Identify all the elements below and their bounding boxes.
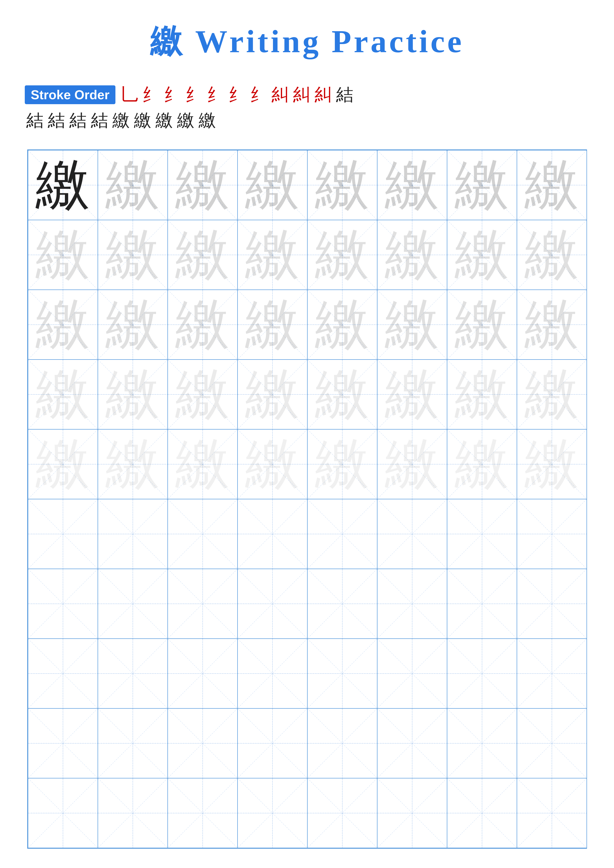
grid-cell-7-8[interactable]: [517, 569, 587, 639]
grid-cell-8-5[interactable]: [307, 639, 377, 708]
grid-cell-10-7[interactable]: [447, 778, 517, 848]
grid-cell-4-3[interactable]: 繳: [168, 360, 238, 429]
grid-cell-4-7[interactable]: 繳: [447, 360, 517, 429]
grid-cell-3-3[interactable]: 繳: [168, 290, 238, 360]
char-light: 繳: [525, 158, 579, 212]
grid-cell-7-4[interactable]: [238, 569, 307, 639]
grid-cell-9-6[interactable]: [377, 708, 447, 778]
grid-cell-9-1[interactable]: [28, 708, 98, 778]
grid-cell-3-7[interactable]: 繳: [447, 290, 517, 360]
char-light: 繳: [455, 298, 509, 352]
svg-line-260: [98, 708, 168, 778]
grid-cell-10-1[interactable]: [28, 778, 98, 848]
char-light: 繳: [245, 228, 300, 282]
grid-cell-4-5[interactable]: 繳: [307, 360, 377, 429]
svg-line-248: [447, 639, 517, 708]
grid-cell-1-4[interactable]: 繳: [238, 150, 307, 220]
grid-cell-6-6[interactable]: [377, 499, 447, 569]
grid-cell-2-3[interactable]: 繳: [168, 220, 238, 290]
grid-cell-9-8[interactable]: [517, 708, 587, 778]
grid-cell-5-5[interactable]: 繳: [307, 429, 377, 499]
grid-cell-1-6[interactable]: 繳: [377, 150, 447, 220]
grid-cell-5-2[interactable]: 繳: [98, 429, 168, 499]
grid-cell-2-5[interactable]: 繳: [307, 220, 377, 290]
svg-line-233: [168, 639, 237, 708]
grid-cell-3-1[interactable]: 繳: [28, 290, 98, 360]
grid-cell-5-3[interactable]: 繳: [168, 429, 238, 499]
grid-cell-1-3[interactable]: 繳: [168, 150, 238, 220]
grid-cell-7-1[interactable]: [28, 569, 98, 639]
grid-cell-6-1[interactable]: [28, 499, 98, 569]
svg-line-277: [378, 708, 447, 778]
svg-line-312: [447, 778, 517, 848]
grid-cell-8-1[interactable]: [28, 639, 98, 708]
grid-cell-8-4[interactable]: [238, 639, 307, 708]
grid-cell-9-3[interactable]: [168, 708, 238, 778]
stroke-7: 纟: [250, 83, 267, 106]
grid-cell-9-7[interactable]: [447, 708, 517, 778]
grid-cell-1-5[interactable]: 繳: [307, 150, 377, 220]
svg-line-256: [28, 708, 98, 778]
grid-cell-3-8[interactable]: 繳: [517, 290, 587, 360]
grid-cell-9-5[interactable]: [307, 708, 377, 778]
grid-cell-10-5[interactable]: [307, 778, 377, 848]
grid-cell-4-1[interactable]: 繳: [28, 360, 98, 429]
grid-cell-4-8[interactable]: 繳: [517, 360, 587, 429]
grid-cell-4-4[interactable]: 繳: [238, 360, 307, 429]
grid-cell-7-5[interactable]: [307, 569, 377, 639]
grid-cell-5-8[interactable]: 繳: [517, 429, 587, 499]
grid-cell-5-6[interactable]: 繳: [377, 429, 447, 499]
grid-cell-7-6[interactable]: [377, 569, 447, 639]
grid-cell-3-5[interactable]: 繳: [307, 290, 377, 360]
grid-cell-2-1[interactable]: 繳: [28, 220, 98, 290]
grid-cell-4-6[interactable]: 繳: [377, 360, 447, 429]
grid-cell-5-1[interactable]: 繳: [28, 429, 98, 499]
svg-line-272: [308, 708, 377, 778]
grid-cell-6-7[interactable]: [447, 499, 517, 569]
grid-cell-6-3[interactable]: [168, 499, 238, 569]
grid-cell-10-4[interactable]: [238, 778, 307, 848]
grid-cell-5-4[interactable]: 繳: [238, 429, 307, 499]
grid-cell-6-4[interactable]: [238, 499, 307, 569]
grid-cell-1-1[interactable]: 繳: [28, 150, 98, 220]
svg-line-216: [447, 569, 517, 639]
grid-cell-8-7[interactable]: [447, 639, 517, 708]
char-light: 繳: [525, 367, 579, 422]
grid-cell-9-2[interactable]: [98, 708, 168, 778]
grid-cell-7-7[interactable]: [447, 569, 517, 639]
grid-cell-3-2[interactable]: 繳: [98, 290, 168, 360]
char-light: 繳: [106, 298, 160, 352]
stroke-3: 纟: [164, 83, 181, 106]
grid-cell-1-7[interactable]: 繳: [447, 150, 517, 220]
grid-cell-8-6[interactable]: [377, 639, 447, 708]
grid-cell-8-8[interactable]: [517, 639, 587, 708]
grid-cell-10-6[interactable]: [377, 778, 447, 848]
char-light: 繳: [106, 367, 160, 422]
grid-cell-2-2[interactable]: 繳: [98, 220, 168, 290]
grid-cell-6-5[interactable]: [307, 499, 377, 569]
svg-line-240: [308, 639, 377, 708]
grid-cell-2-7[interactable]: 繳: [447, 220, 517, 290]
grid-cell-10-8[interactable]: [517, 778, 587, 848]
stroke-order-row-2: 結 結 結 結 繳 繳 繳 繳 繳: [25, 109, 589, 132]
grid-cell-4-2[interactable]: 繳: [98, 360, 168, 429]
grid-cell-2-6[interactable]: 繳: [377, 220, 447, 290]
grid-cell-6-8[interactable]: [517, 499, 587, 569]
grid-cell-1-8[interactable]: 繳: [517, 150, 587, 220]
grid-cell-2-4[interactable]: 繳: [238, 220, 307, 290]
grid-cell-10-2[interactable]: [98, 778, 168, 848]
grid-cell-6-2[interactable]: [98, 499, 168, 569]
grid-cell-7-2[interactable]: [98, 569, 168, 639]
grid-cell-8-3[interactable]: [168, 639, 238, 708]
grid-cell-7-3[interactable]: [168, 569, 238, 639]
grid-cell-2-8[interactable]: 繳: [517, 220, 587, 290]
grid-cell-10-3[interactable]: [168, 778, 238, 848]
grid-cell-3-6[interactable]: 繳: [377, 290, 447, 360]
svg-line-169: [168, 499, 237, 569]
grid-cell-3-4[interactable]: 繳: [238, 290, 307, 360]
grid-cell-8-2[interactable]: [98, 639, 168, 708]
char-light: 繳: [525, 228, 579, 282]
grid-cell-9-4[interactable]: [238, 708, 307, 778]
grid-cell-1-2[interactable]: 繳: [98, 150, 168, 220]
grid-cell-5-7[interactable]: 繳: [447, 429, 517, 499]
